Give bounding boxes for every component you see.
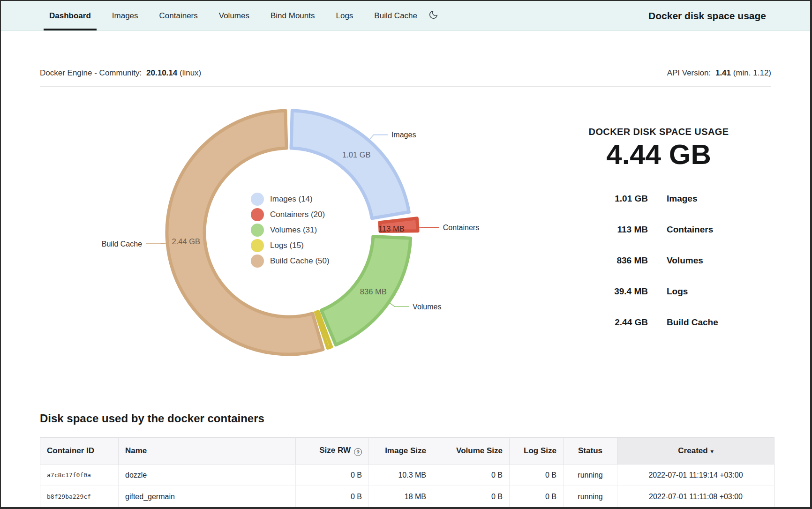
- help-icon[interactable]: ?: [354, 448, 362, 456]
- app-title: Docker disk space usage: [648, 10, 766, 22]
- column-label-log-size: Log Size: [524, 446, 556, 455]
- legend-label-containers: Containers (20): [270, 210, 325, 219]
- legend-label-volumes: Volumes (31): [270, 225, 317, 235]
- api-version-info: API Version: 1.41 (min. 1.12): [667, 68, 771, 78]
- nav-tab-volumes[interactable]: Volumes: [213, 1, 255, 30]
- summary-size-logs: 39.4 MB: [546, 276, 648, 307]
- legend-label-build-cache: Build Cache (50): [270, 256, 330, 266]
- chart-size-label-build-cache: 2.44 GB: [172, 237, 201, 246]
- legend-item-images[interactable]: Images (14): [251, 193, 330, 206]
- cell-created-row2: 2022-07-01 11:11:08 +03:00: [617, 486, 774, 508]
- cell-name-row1: dozzle: [119, 464, 296, 486]
- table-header-row: Container IDNameSize RW?Image SizeVolume…: [40, 438, 774, 464]
- summary-size-containers: 113 MB: [546, 214, 648, 245]
- legend-item-volumes[interactable]: Volumes (31): [251, 224, 330, 237]
- moon-icon: [429, 10, 438, 22]
- chart-label-line-images: [369, 135, 388, 140]
- chart-size-label-volumes: 836 MB: [360, 287, 387, 296]
- chart-name-label-build-cache: Build Cache: [102, 240, 142, 248]
- legend-label-images: Images (14): [270, 195, 313, 204]
- engine-info-row: Docker Engine - Community: 20.10.14 (lin…: [40, 68, 771, 78]
- legend-dot-containers: [251, 208, 264, 221]
- cell-volume-size-row1: 0 B: [433, 464, 510, 486]
- nav-tab-containers[interactable]: Containers: [154, 1, 203, 30]
- cell-name-row2: gifted_germain: [119, 486, 296, 508]
- column-label-name: Name: [125, 446, 147, 455]
- chart-name-label-volumes: Volumes: [413, 303, 441, 311]
- container-row-gifted_germain: b8f29ba229cfgifted_germain0 B18 MB0 B0 B…: [40, 486, 774, 508]
- legend-label-logs: Logs (15): [270, 241, 304, 250]
- summary-label-containers: Containers: [667, 214, 781, 245]
- nav-tab-build-cache[interactable]: Build Cache: [368, 1, 423, 30]
- api-version: 1.41: [715, 68, 731, 77]
- divider: [40, 86, 771, 87]
- legend-item-containers[interactable]: Containers (20): [251, 208, 330, 221]
- containers-table: Container IDNameSize RW?Image SizeVolume…: [40, 437, 774, 508]
- container-row-dozzle: a7c8c17f0f0adozzle0 B10.3 MB0 B0 Brunnin…: [40, 464, 774, 486]
- engine-platform: (linux): [180, 68, 201, 77]
- summary-label-build-cache: Build Cache: [667, 307, 781, 338]
- api-min-version: (min. 1.12): [733, 68, 771, 77]
- cell-image-size-row2: 18 MB: [369, 486, 433, 508]
- column-header-size-rw[interactable]: Size RW?: [296, 438, 369, 464]
- summary-size-build-cache: 2.44 GB: [546, 307, 648, 338]
- cell-status-row1: running: [564, 464, 617, 486]
- chart-legend: Images (14)Containers (20)Volumes (31)Lo…: [251, 193, 330, 268]
- legend-dot-volumes: [251, 224, 264, 237]
- chart-label-line-containers: [418, 227, 439, 228]
- legend-dot-images: [251, 193, 264, 206]
- nav-tab-bind-mounts[interactable]: Bind Mounts: [265, 1, 321, 30]
- column-header-status[interactable]: Status: [564, 438, 617, 464]
- summary-size-volumes: 836 MB: [546, 245, 648, 276]
- chart-size-label-images: 1.01 GB: [342, 150, 371, 159]
- chart-size-label-containers: 113 MB: [378, 225, 405, 233]
- total-disk-usage: 4.44 GB: [546, 139, 771, 170]
- chart-name-label-images: Images: [391, 131, 416, 139]
- column-label-container-id: Container ID: [47, 446, 94, 455]
- summary-breakdown: 1.01 GBImages113 MBContainers836 MBVolum…: [546, 183, 781, 338]
- cell-image-size-row1: 10.3 MB: [369, 464, 433, 486]
- column-label-created: Created: [678, 446, 707, 455]
- top-nav: DashboardImagesContainersVolumesBind Mou…: [1, 1, 810, 31]
- column-header-image-size[interactable]: Image Size: [369, 438, 433, 464]
- cell-container-id-row2: b8f29ba229cf: [40, 486, 119, 508]
- column-label-status: Status: [578, 446, 602, 455]
- column-header-name[interactable]: Name: [119, 438, 296, 464]
- cell-size-rw-row2: 0 B: [296, 486, 369, 508]
- dark-mode-toggle[interactable]: [429, 10, 438, 22]
- engine-version: 20.10.14: [146, 68, 177, 77]
- nav-tabs: DashboardImagesContainersVolumesBind Mou…: [44, 1, 423, 30]
- summary-label-logs: Logs: [667, 276, 781, 307]
- column-header-volume-size[interactable]: Volume Size: [433, 438, 510, 464]
- engine-label: Docker Engine - Community:: [40, 68, 142, 77]
- column-header-log-size[interactable]: Log Size: [510, 438, 564, 464]
- cell-volume-size-row2: 0 B: [433, 486, 510, 508]
- cell-created-row1: 2022-07-01 11:19:14 +03:00: [617, 464, 774, 486]
- legend-dot-logs: [251, 239, 264, 252]
- column-label-volume-size: Volume Size: [456, 446, 503, 455]
- app-window: DashboardImagesContainersVolumesBind Mou…: [0, 0, 812, 509]
- nav-tab-logs[interactable]: Logs: [330, 1, 359, 30]
- cell-status-row2: running: [564, 486, 617, 508]
- summary-label-images: Images: [667, 183, 781, 214]
- summary-size-images: 1.01 GB: [546, 183, 648, 214]
- summary-label-volumes: Volumes: [667, 245, 781, 276]
- engine-info: Docker Engine - Community: 20.10.14 (lin…: [40, 68, 201, 78]
- nav-tab-dashboard[interactable]: Dashboard: [44, 1, 97, 30]
- column-label-image-size: Image Size: [385, 446, 426, 455]
- legend-dot-build-cache: [251, 254, 264, 268]
- column-header-container-id[interactable]: Container ID: [40, 438, 119, 464]
- cell-size-rw-row1: 0 B: [296, 464, 369, 486]
- api-label: API Version:: [667, 68, 711, 77]
- column-label-size-rw: Size RW: [319, 446, 351, 455]
- column-header-created[interactable]: Created▾: [617, 438, 774, 464]
- dashboard-chart-row: 1.01 GBImages113 MBContainers836 MBVolum…: [40, 91, 771, 366]
- summary-heading: DOCKER DISK SPACE USAGE: [546, 127, 771, 137]
- chart-name-label-containers: Containers: [443, 224, 479, 232]
- chart-label-line-build-cache: [146, 243, 167, 244]
- cell-container-id-row1: a7c8c17f0f0a: [40, 464, 119, 486]
- legend-item-build-cache[interactable]: Build Cache (50): [251, 254, 330, 268]
- nav-tab-images[interactable]: Images: [106, 1, 144, 30]
- chart-label-line-volumes: [389, 303, 409, 307]
- legend-item-logs[interactable]: Logs (15): [251, 239, 330, 252]
